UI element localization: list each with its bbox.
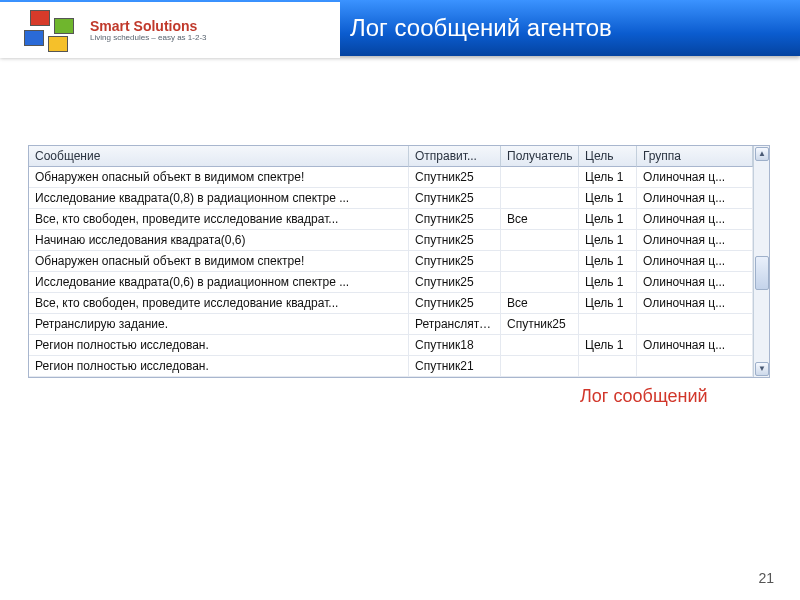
cell-sender[interactable]: Спутник25 — [409, 167, 501, 188]
cell-target[interactable]: Цель 1 — [579, 251, 637, 272]
cell-group[interactable]: Олиночная ц... — [637, 167, 753, 188]
cell-group[interactable]: Олиночная ц... — [637, 335, 753, 356]
cell-msg[interactable]: Регион полностью исследован. — [29, 335, 409, 356]
cell-target[interactable]: Цель 1 — [579, 209, 637, 230]
cell-msg[interactable]: Начинаю исследования квадрата(0,6) — [29, 230, 409, 251]
cell-target[interactable]: Цель 1 — [579, 335, 637, 356]
cell-msg[interactable]: Исследование квадрата(0,6) в радиационно… — [29, 272, 409, 293]
cell-target[interactable]: Цель 1 — [579, 272, 637, 293]
logo-block: Smart Solutions Living schedules – easy … — [0, 2, 340, 58]
cell-target[interactable]: Цель 1 — [579, 188, 637, 209]
cell-recipient[interactable] — [501, 356, 579, 377]
header-bar: Smart Solutions Living schedules – easy … — [0, 0, 800, 56]
cell-recipient[interactable] — [501, 230, 579, 251]
cell-sender[interactable]: Спутник18 — [409, 335, 501, 356]
cell-recipient[interactable]: Все — [501, 209, 579, 230]
cell-sender[interactable]: Спутник25 — [409, 272, 501, 293]
cell-sender[interactable]: Ретранслятор2 — [409, 314, 501, 335]
brand-name: Smart Solutions — [90, 18, 207, 34]
column-header[interactable]: Сообщение — [29, 146, 409, 167]
cell-msg[interactable]: Регион полностью исследован. — [29, 356, 409, 377]
cell-sender[interactable]: Спутник25 — [409, 251, 501, 272]
cell-target[interactable]: Цель 1 — [579, 230, 637, 251]
cell-group[interactable]: Олиночная ц... — [637, 293, 753, 314]
cell-msg[interactable]: Исследование квадрата(0,8) в радиационно… — [29, 188, 409, 209]
column-header[interactable]: Получатель — [501, 146, 579, 167]
cell-target[interactable]: Цель 1 — [579, 293, 637, 314]
scroll-up-icon[interactable]: ▲ — [755, 147, 769, 161]
scroll-thumb[interactable] — [755, 256, 769, 290]
cell-recipient[interactable] — [501, 251, 579, 272]
cell-target[interactable] — [579, 356, 637, 377]
cell-group[interactable]: Олиночная ц... — [637, 209, 753, 230]
brand-tagline: Living schedules – easy as 1-2-3 — [90, 33, 207, 42]
scroll-down-icon[interactable]: ▼ — [755, 362, 769, 376]
cell-sender[interactable]: Спутник25 — [409, 230, 501, 251]
cell-sender[interactable]: Спутник25 — [409, 188, 501, 209]
page-title: Лог сообщений агентов — [350, 14, 612, 42]
cell-sender[interactable]: Спутник25 — [409, 293, 501, 314]
cell-sender[interactable]: Спутник21 — [409, 356, 501, 377]
cell-msg[interactable]: Все, кто свободен, проведите исследовани… — [29, 293, 409, 314]
cell-group[interactable]: Олиночная ц... — [637, 188, 753, 209]
annotation-label: Лог сообщений — [580, 386, 708, 407]
cell-recipient[interactable] — [501, 335, 579, 356]
cell-group[interactable] — [637, 314, 753, 335]
column-header[interactable]: Группа — [637, 146, 753, 167]
cell-sender[interactable]: Спутник25 — [409, 209, 501, 230]
cell-msg[interactable]: Все, кто свободен, проведите исследовани… — [29, 209, 409, 230]
cell-recipient[interactable] — [501, 188, 579, 209]
column-header[interactable]: Цель — [579, 146, 637, 167]
cell-recipient[interactable]: Спутник25 — [501, 314, 579, 335]
column-header[interactable]: Отправит... — [409, 146, 501, 167]
cell-recipient[interactable] — [501, 272, 579, 293]
cell-group[interactable] — [637, 356, 753, 377]
logo-icon — [20, 8, 80, 52]
log-table-panel: СообщениеОтправит...ПолучательЦельГруппа… — [28, 145, 770, 378]
slide-number: 21 — [758, 570, 774, 586]
cell-target[interactable]: Цель 1 — [579, 167, 637, 188]
cell-recipient[interactable] — [501, 167, 579, 188]
cell-recipient[interactable]: Все — [501, 293, 579, 314]
cell-msg[interactable]: Ретранслирую задание. — [29, 314, 409, 335]
cell-msg[interactable]: Обнаружен опасный объект в видимом спект… — [29, 167, 409, 188]
vertical-scrollbar[interactable]: ▲▼ — [753, 146, 769, 377]
cell-group[interactable]: Олиночная ц... — [637, 251, 753, 272]
cell-msg[interactable]: Обнаружен опасный объект в видимом спект… — [29, 251, 409, 272]
cell-group[interactable]: Олиночная ц... — [637, 230, 753, 251]
cell-group[interactable]: Олиночная ц... — [637, 272, 753, 293]
cell-target[interactable] — [579, 314, 637, 335]
